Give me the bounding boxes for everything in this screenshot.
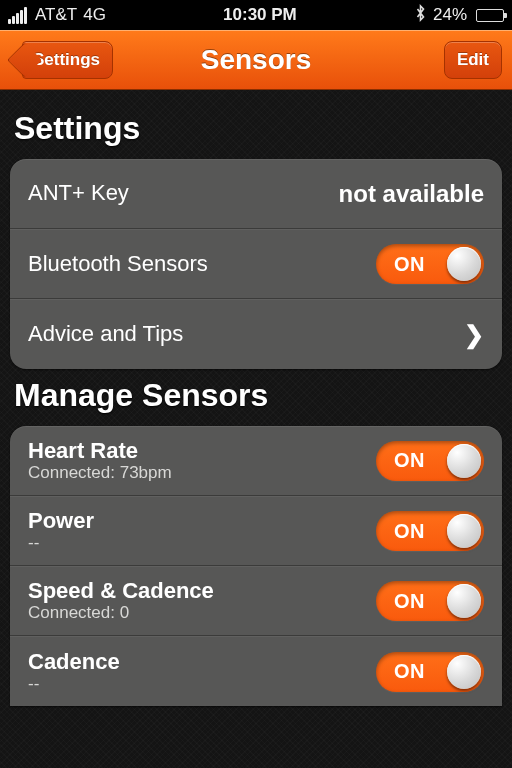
sensor-status: Connected: 73bpm	[28, 464, 376, 483]
bluetooth-icon	[414, 4, 427, 27]
bluetooth-sensors-row: Bluetooth Sensors ON	[10, 229, 502, 299]
carrier-label: AT&T	[35, 5, 77, 25]
toggle-knob	[447, 247, 481, 281]
edit-button-label: Edit	[457, 50, 489, 69]
toggle-on-label: ON	[394, 590, 425, 613]
toggle-on-label: ON	[394, 449, 425, 472]
back-button-label: Settings	[33, 50, 100, 69]
status-bar: AT&T 4G 10:30 PM 24%	[0, 0, 512, 30]
battery-pct: 24%	[433, 5, 467, 25]
sensor-name: Speed & Cadence	[28, 579, 376, 603]
toggle-on-label: ON	[394, 660, 425, 683]
sensor-status: --	[28, 675, 376, 694]
ant-key-value: not available	[339, 180, 484, 208]
bluetooth-sensors-label: Bluetooth Sensors	[28, 252, 376, 276]
heart-rate-toggle[interactable]: ON	[376, 441, 484, 481]
sensor-row-speed-cadence: Speed & Cadence Connected: 0 ON	[10, 566, 502, 636]
settings-group: ANT+ Key not available Bluetooth Sensors…	[10, 159, 502, 369]
network-label: 4G	[83, 5, 106, 25]
speed-cadence-toggle[interactable]: ON	[376, 581, 484, 621]
sensor-row-cadence: Cadence -- ON	[10, 636, 502, 706]
toggle-knob	[447, 444, 481, 478]
section-title-manage: Manage Sensors	[14, 377, 498, 414]
advice-tips-label: Advice and Tips	[28, 322, 458, 346]
navbar: Settings Sensors Edit	[0, 30, 512, 90]
sensor-name: Cadence	[28, 650, 376, 674]
power-toggle[interactable]: ON	[376, 511, 484, 551]
toggle-knob	[447, 584, 481, 618]
sensor-row-power: Power -- ON	[10, 496, 502, 566]
sensor-row-heart-rate: Heart Rate Connected: 73bpm ON	[10, 426, 502, 496]
sensor-status: --	[28, 534, 376, 553]
battery-icon	[473, 9, 504, 22]
back-button[interactable]: Settings	[22, 41, 113, 79]
sensor-name: Power	[28, 509, 376, 533]
signal-icon	[8, 7, 27, 24]
cadence-toggle[interactable]: ON	[376, 652, 484, 692]
bluetooth-sensors-toggle[interactable]: ON	[376, 244, 484, 284]
toggle-knob	[447, 655, 481, 689]
ant-key-row[interactable]: ANT+ Key not available	[10, 159, 502, 229]
toggle-on-label: ON	[394, 520, 425, 543]
clock-label: 10:30 PM	[106, 5, 414, 25]
advice-tips-row[interactable]: Advice and Tips ❯	[10, 299, 502, 369]
sensor-status: Connected: 0	[28, 604, 376, 623]
sensor-name: Heart Rate	[28, 439, 376, 463]
section-title-settings: Settings	[14, 110, 498, 147]
toggle-on-label: ON	[394, 253, 425, 276]
chevron-right-icon: ❯	[464, 321, 484, 349]
ant-key-label: ANT+ Key	[28, 181, 339, 205]
toggle-knob	[447, 514, 481, 548]
manage-group: Heart Rate Connected: 73bpm ON Power -- …	[10, 426, 502, 706]
edit-button[interactable]: Edit	[444, 41, 502, 79]
